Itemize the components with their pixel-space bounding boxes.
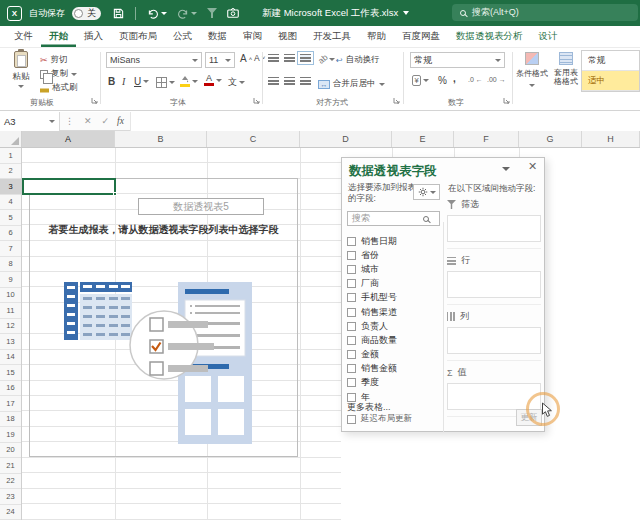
column-header[interactable]: G xyxy=(519,131,582,147)
field-item[interactable]: 销售渠道 xyxy=(347,305,441,319)
name-box[interactable]: A3 xyxy=(0,112,60,131)
cut-button[interactable]: ✂ 剪切 xyxy=(40,54,68,66)
formula-input[interactable] xyxy=(130,112,640,131)
column-header[interactable]: E xyxy=(392,131,454,147)
ribbon-tab[interactable]: 数据 xyxy=(200,26,235,47)
row-header[interactable]: 3 xyxy=(0,179,21,195)
row-header[interactable]: 8 xyxy=(0,257,21,273)
number-dialog-launcher-icon[interactable] xyxy=(503,97,510,104)
row-header[interactable]: 14 xyxy=(0,350,21,366)
font-size-combobox[interactable]: 11 xyxy=(205,52,235,68)
cell-style-option[interactable]: 常规 xyxy=(582,51,639,71)
row-header[interactable]: 7 xyxy=(0,241,21,257)
field-checkbox[interactable] xyxy=(347,279,356,288)
empty-sheet-area[interactable] xyxy=(545,148,640,520)
column-header[interactable]: H xyxy=(582,131,640,147)
row-header[interactable]: 1 xyxy=(0,148,21,164)
ribbon-tab[interactable]: 设计 xyxy=(531,26,566,47)
column-header[interactable]: D xyxy=(300,131,392,147)
format-as-table-button[interactable]: 套用表格格式 xyxy=(551,52,581,86)
row-header[interactable]: 6 xyxy=(0,226,21,242)
row-header[interactable]: 12 xyxy=(0,319,21,335)
redo-icon[interactable] xyxy=(177,8,197,19)
chevron-down-icon[interactable] xyxy=(403,11,409,15)
row-header[interactable]: 21 xyxy=(0,458,21,474)
ribbon-tab[interactable]: 视图 xyxy=(270,26,305,47)
field-checkbox[interactable] xyxy=(347,350,356,359)
camera-icon[interactable] xyxy=(227,8,239,18)
field-item[interactable]: 季度 xyxy=(347,376,441,390)
row-header[interactable]: 5 xyxy=(0,210,21,226)
row-header[interactable]: 15 xyxy=(0,365,21,381)
wrap-text-button[interactable]: ↩ 自动换行 xyxy=(336,54,380,66)
phonetic-guide-button[interactable]: 文 xyxy=(228,76,245,89)
ribbon-tab[interactable]: 文件 xyxy=(6,26,41,47)
row-header[interactable]: 22 xyxy=(0,474,21,490)
column-header[interactable]: A xyxy=(22,131,115,147)
search-box[interactable]: 搜索(Alt+Q) xyxy=(452,4,638,21)
ribbon-tab[interactable]: 审阅 xyxy=(235,26,270,47)
field-item[interactable]: 销售日期 xyxy=(347,234,441,248)
row-header[interactable]: 16 xyxy=(0,381,21,397)
cancel-icon[interactable]: ✕ xyxy=(84,116,92,126)
undo-icon[interactable] xyxy=(147,8,167,19)
field-checkbox[interactable] xyxy=(347,251,356,260)
comma-format-button[interactable]: , xyxy=(453,73,456,84)
field-item[interactable]: 厂商 xyxy=(347,277,441,291)
field-checkbox[interactable] xyxy=(347,336,356,345)
row-header[interactable]: 24 xyxy=(0,505,21,520)
ribbon-tab[interactable]: 插入 xyxy=(76,26,111,47)
field-checkbox[interactable] xyxy=(347,322,356,331)
row-header[interactable]: 11 xyxy=(0,303,21,319)
row-header[interactable]: 18 xyxy=(0,412,21,428)
paste-button[interactable]: 粘贴 xyxy=(6,51,36,97)
align-center-button[interactable] xyxy=(284,77,295,85)
cell-style-option[interactable]: 适中 xyxy=(582,71,639,91)
ribbon-tab[interactable]: 开发工具 xyxy=(305,26,359,47)
conditional-formatting-button[interactable]: 条件格式 xyxy=(516,52,548,89)
row-header[interactable]: 23 xyxy=(0,489,21,505)
copy-button[interactable]: 复制 xyxy=(40,68,77,80)
row-header[interactable]: 10 xyxy=(0,288,21,304)
close-icon[interactable]: ✕ xyxy=(528,160,537,173)
row-header[interactable]: 17 xyxy=(0,396,21,412)
alignment-dialog-launcher-icon[interactable] xyxy=(393,97,400,104)
row-header[interactable]: 9 xyxy=(0,272,21,288)
field-item[interactable]: 销售金额 xyxy=(347,362,441,376)
ribbon-tab[interactable]: 数据透视表分析 xyxy=(448,26,531,47)
field-checkbox[interactable] xyxy=(347,237,356,246)
tools-button[interactable] xyxy=(413,184,440,200)
field-checkbox[interactable] xyxy=(347,265,356,274)
field-item[interactable]: 金额 xyxy=(347,348,441,362)
orientation-button[interactable]: ab xyxy=(318,54,335,64)
row-header[interactable]: 19 xyxy=(0,427,21,443)
bottom-align-button[interactable] xyxy=(300,54,311,62)
field-item[interactable]: 手机型号 xyxy=(347,291,441,305)
align-right-button[interactable] xyxy=(300,77,311,85)
selected-cell-a3[interactable] xyxy=(22,178,116,195)
font-dialog-launcher-icon[interactable] xyxy=(253,97,260,104)
ribbon-tab[interactable]: 页面布局 xyxy=(111,26,165,47)
increase-decimal-button[interactable]: .0← xyxy=(468,76,483,83)
format-painter-button[interactable]: 格式刷 xyxy=(40,82,78,94)
align-left-button[interactable] xyxy=(268,77,279,85)
column-header[interactable]: F xyxy=(454,131,519,147)
fill-handle[interactable] xyxy=(113,192,117,196)
fields-search-box[interactable]: 搜索 xyxy=(347,211,440,226)
area-drop-zone[interactable] xyxy=(447,327,541,354)
bold-button[interactable]: B xyxy=(108,76,115,87)
field-item[interactable]: 省份 xyxy=(347,248,441,262)
area-drop-zone[interactable] xyxy=(447,271,541,298)
save-icon[interactable] xyxy=(113,8,124,19)
field-checkbox[interactable] xyxy=(347,308,356,317)
column-header[interactable]: B xyxy=(115,131,207,147)
empty-sheet-area[interactable] xyxy=(341,432,545,520)
document-title[interactable]: 新建 Microsoft Excel 工作表.xlsx xyxy=(262,7,398,20)
field-item[interactable]: 负责人 xyxy=(347,319,441,333)
shrink-font-button[interactable]: A˅ xyxy=(254,53,265,63)
ribbon-tab[interactable]: 公式 xyxy=(165,26,200,47)
clipboard-dialog-launcher-icon[interactable] xyxy=(91,97,98,104)
enter-icon[interactable]: ✓ xyxy=(102,116,110,126)
field-checkbox[interactable] xyxy=(347,293,356,302)
merge-center-button[interactable]: ↔ 合并后居中 xyxy=(318,78,385,90)
